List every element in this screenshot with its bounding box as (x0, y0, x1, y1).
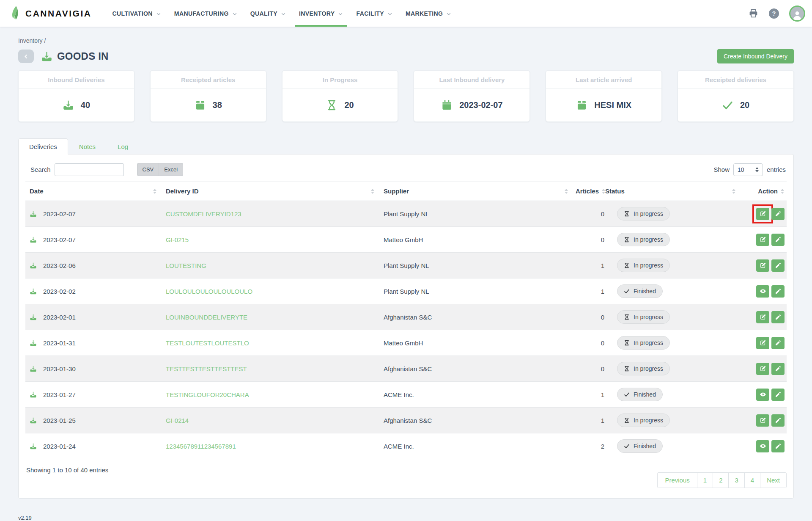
search-input[interactable] (55, 163, 124, 176)
hourglass-icon (624, 340, 630, 346)
sort-icon[interactable] (371, 189, 374, 194)
main-nav: CULTIVATION MANUFACTURING QUALITY INVENT… (106, 0, 458, 27)
pencil-button[interactable] (771, 259, 785, 272)
stepper-icon (755, 167, 759, 172)
breadcrumb[interactable]: Inventory / (18, 37, 794, 44)
goods-in-icon (41, 51, 52, 62)
edit-square-button[interactable] (756, 414, 769, 427)
column-header-action[interactable]: Action (745, 187, 787, 195)
tab-log[interactable]: Log (107, 138, 139, 154)
brand-name: CANNAVIGIA (25, 8, 91, 19)
pagination-previous[interactable]: Previous (658, 473, 697, 488)
nav-item-facility[interactable]: FACILITY (350, 0, 399, 27)
edit-square-button[interactable] (756, 311, 769, 323)
articles-cell: 0 (577, 339, 605, 347)
status-label: In progress (634, 262, 663, 269)
stat-cards: Inbound Deliveries 40 Receipted articles… (18, 70, 794, 122)
date-cell: 2023-01-25 (43, 417, 76, 424)
delivery-id-link[interactable]: GI-0215 (166, 236, 189, 243)
sort-icon[interactable] (153, 189, 156, 194)
chevron-down-icon (232, 11, 238, 17)
nav-item-cultivation[interactable]: CULTIVATION (106, 0, 167, 27)
delivery-id-link[interactable]: GI-0214 (166, 417, 189, 424)
print-button[interactable] (748, 8, 759, 19)
column-header-date[interactable]: Date (25, 187, 166, 195)
pencil-button[interactable] (771, 414, 785, 427)
edit-square-button[interactable] (756, 363, 769, 375)
pagination-2[interactable]: 2 (713, 473, 728, 488)
supplier-cell: Plant Supply NL (384, 262, 577, 269)
stat-card: Inbound Deliveries 40 (18, 70, 134, 122)
eye-button[interactable] (756, 389, 769, 401)
chevron-down-icon (337, 11, 343, 17)
articles-cell: 0 (577, 236, 605, 243)
edit-square-button[interactable] (756, 234, 769, 246)
page-size-select[interactable]: 10 (733, 163, 763, 176)
nav-item-inventory[interactable]: INVENTORY (293, 0, 350, 27)
edit-square-button[interactable] (756, 337, 769, 349)
table-row: 2023-01-31 TESTLOUTESTLOUTESTLO Matteo G… (25, 330, 787, 356)
delivery-id-link[interactable]: 12345678911234567891 (166, 443, 236, 450)
page-size-value: 10 (738, 166, 744, 173)
column-header-status[interactable]: Status (605, 187, 745, 195)
user-avatar[interactable] (789, 6, 805, 22)
sort-icon[interactable] (565, 189, 568, 194)
nav-item-quality[interactable]: QUALITY (244, 0, 293, 27)
nav-item-manufacturing[interactable]: MANUFACTURING (168, 0, 244, 27)
date-cell: 2023-01-30 (43, 365, 76, 372)
pagination-next[interactable]: Next (760, 473, 786, 488)
stat-card-value: HESI MIX (594, 100, 631, 110)
person-icon (792, 9, 802, 20)
edit-square-button[interactable] (756, 259, 769, 272)
delivery-id-link[interactable]: TESTLOUTESTLOUTESTLO (166, 339, 249, 347)
edit-square-button[interactable] (756, 208, 769, 220)
pencil-button[interactable] (771, 208, 785, 220)
create-inbound-delivery-button[interactable]: Create Inbound Delivery (717, 49, 794, 63)
eye-button[interactable] (756, 440, 769, 452)
tab-deliveries[interactable]: Deliveries (18, 138, 68, 154)
column-header-supplier[interactable]: Supplier (384, 187, 577, 195)
pagination-3[interactable]: 3 (728, 473, 744, 488)
pagination-4[interactable]: 4 (744, 473, 760, 488)
pencil-button[interactable] (771, 311, 785, 323)
pagination-1[interactable]: 1 (697, 473, 713, 488)
delivery-id-link[interactable]: LOULOULOULOULOULOULO (166, 288, 252, 295)
pencil-button[interactable] (771, 440, 785, 452)
pencil-button[interactable] (771, 337, 785, 349)
status-label: Finished (634, 288, 656, 295)
calendar-icon (441, 99, 453, 111)
delivery-id-link[interactable]: TESTINGLOUFOR20CHARA (166, 391, 249, 398)
status-label: Finished (634, 443, 656, 449)
tab-notes[interactable]: Notes (68, 138, 107, 154)
sort-icon[interactable] (602, 189, 605, 194)
status-badge: In progress (617, 207, 670, 221)
help-button[interactable]: ? (769, 8, 779, 19)
brand-logo[interactable]: CANNAVIGIA (9, 5, 91, 22)
delivery-id-link[interactable]: LOUTESTING (166, 262, 206, 269)
column-header-delivery-id[interactable]: Delivery ID (166, 187, 384, 195)
hourglass-icon (624, 366, 630, 372)
pencil-button[interactable] (771, 389, 785, 401)
box-icon (576, 99, 587, 111)
pencil-button[interactable] (771, 285, 785, 298)
excel-button[interactable]: Excel (159, 163, 183, 176)
nav-item-label: MANUFACTURING (174, 10, 229, 17)
pencil-button[interactable] (771, 363, 785, 375)
sort-icon[interactable] (732, 189, 735, 194)
status-badge: In progress (617, 362, 670, 375)
status-badge: In progress (617, 413, 670, 427)
sort-icon[interactable] (781, 189, 784, 194)
status-badge: Finished (617, 284, 663, 298)
column-header-articles[interactable]: Articles (577, 187, 605, 195)
delivery-id-link[interactable]: LOUINBOUNDDELIVERYTE (166, 314, 247, 321)
pencil-button[interactable] (771, 234, 785, 246)
stat-card: Receipted deliveries 20 (678, 70, 794, 122)
delivery-id-link[interactable]: TESTTESTTESTTESTTEST (166, 365, 247, 372)
hourglass-icon (624, 417, 630, 423)
eye-button[interactable] (756, 285, 769, 298)
nav-item-marketing[interactable]: MARKETING (399, 0, 458, 27)
delivery-id-link[interactable]: CUSTOMDELIVERYID123 (166, 210, 241, 218)
check-icon (722, 99, 733, 111)
csv-button[interactable]: CSV (137, 163, 159, 176)
back-button[interactable] (18, 50, 34, 63)
